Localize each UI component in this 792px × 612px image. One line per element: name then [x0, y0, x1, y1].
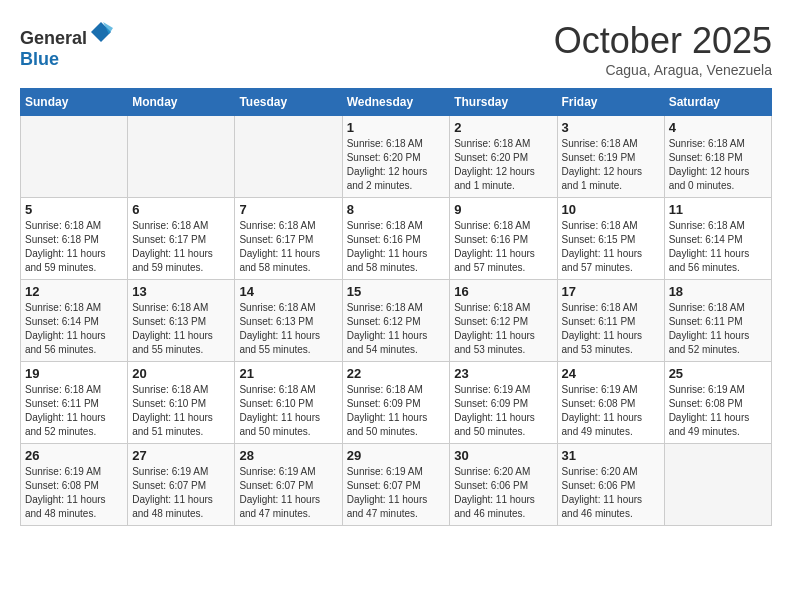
calendar-cell: [235, 116, 342, 198]
calendar-cell: 8Sunrise: 6:18 AMSunset: 6:16 PMDaylight…: [342, 198, 450, 280]
calendar-cell: 19Sunrise: 6:18 AMSunset: 6:11 PMDayligh…: [21, 362, 128, 444]
logo-icon: [89, 20, 113, 44]
calendar-cell: [21, 116, 128, 198]
calendar-cell: 31Sunrise: 6:20 AMSunset: 6:06 PMDayligh…: [557, 444, 664, 526]
day-info: Sunrise: 6:18 AMSunset: 6:20 PMDaylight:…: [454, 137, 552, 193]
calendar-cell: 28Sunrise: 6:19 AMSunset: 6:07 PMDayligh…: [235, 444, 342, 526]
day-number: 4: [669, 120, 767, 135]
calendar-cell: 5Sunrise: 6:18 AMSunset: 6:18 PMDaylight…: [21, 198, 128, 280]
calendar-cell: 12Sunrise: 6:18 AMSunset: 6:14 PMDayligh…: [21, 280, 128, 362]
day-info: Sunrise: 6:18 AMSunset: 6:17 PMDaylight:…: [132, 219, 230, 275]
calendar-cell: 2Sunrise: 6:18 AMSunset: 6:20 PMDaylight…: [450, 116, 557, 198]
day-info: Sunrise: 6:18 AMSunset: 6:11 PMDaylight:…: [25, 383, 123, 439]
calendar-cell: 15Sunrise: 6:18 AMSunset: 6:12 PMDayligh…: [342, 280, 450, 362]
day-info: Sunrise: 6:18 AMSunset: 6:15 PMDaylight:…: [562, 219, 660, 275]
calendar-cell: [664, 444, 771, 526]
week-row-4: 19Sunrise: 6:18 AMSunset: 6:11 PMDayligh…: [21, 362, 772, 444]
day-info: Sunrise: 6:18 AMSunset: 6:18 PMDaylight:…: [669, 137, 767, 193]
header-row: SundayMondayTuesdayWednesdayThursdayFrid…: [21, 89, 772, 116]
day-info: Sunrise: 6:19 AMSunset: 6:08 PMDaylight:…: [25, 465, 123, 521]
day-number: 11: [669, 202, 767, 217]
day-number: 15: [347, 284, 446, 299]
day-number: 6: [132, 202, 230, 217]
calendar-cell: 4Sunrise: 6:18 AMSunset: 6:18 PMDaylight…: [664, 116, 771, 198]
day-number: 13: [132, 284, 230, 299]
calendar-cell: 18Sunrise: 6:18 AMSunset: 6:11 PMDayligh…: [664, 280, 771, 362]
day-info: Sunrise: 6:18 AMSunset: 6:16 PMDaylight:…: [454, 219, 552, 275]
day-info: Sunrise: 6:19 AMSunset: 6:08 PMDaylight:…: [562, 383, 660, 439]
day-info: Sunrise: 6:18 AMSunset: 6:13 PMDaylight:…: [239, 301, 337, 357]
logo: General Blue: [20, 20, 113, 70]
calendar-body: 1Sunrise: 6:18 AMSunset: 6:20 PMDaylight…: [21, 116, 772, 526]
day-info: Sunrise: 6:18 AMSunset: 6:10 PMDaylight:…: [132, 383, 230, 439]
day-info: Sunrise: 6:18 AMSunset: 6:10 PMDaylight:…: [239, 383, 337, 439]
calendar-header: SundayMondayTuesdayWednesdayThursdayFrid…: [21, 89, 772, 116]
calendar-cell: 17Sunrise: 6:18 AMSunset: 6:11 PMDayligh…: [557, 280, 664, 362]
day-info: Sunrise: 6:18 AMSunset: 6:20 PMDaylight:…: [347, 137, 446, 193]
day-number: 25: [669, 366, 767, 381]
day-number: 17: [562, 284, 660, 299]
day-info: Sunrise: 6:18 AMSunset: 6:18 PMDaylight:…: [25, 219, 123, 275]
day-number: 30: [454, 448, 552, 463]
calendar-cell: 7Sunrise: 6:18 AMSunset: 6:17 PMDaylight…: [235, 198, 342, 280]
page-header: General Blue October 2025 Cagua, Aragua,…: [20, 20, 772, 78]
calendar-cell: 24Sunrise: 6:19 AMSunset: 6:08 PMDayligh…: [557, 362, 664, 444]
month-title: October 2025: [554, 20, 772, 62]
day-number: 27: [132, 448, 230, 463]
day-info: Sunrise: 6:19 AMSunset: 6:07 PMDaylight:…: [132, 465, 230, 521]
day-info: Sunrise: 6:19 AMSunset: 6:07 PMDaylight:…: [347, 465, 446, 521]
day-info: Sunrise: 6:19 AMSunset: 6:08 PMDaylight:…: [669, 383, 767, 439]
day-number: 21: [239, 366, 337, 381]
header-day-wednesday: Wednesday: [342, 89, 450, 116]
day-number: 12: [25, 284, 123, 299]
day-number: 7: [239, 202, 337, 217]
week-row-5: 26Sunrise: 6:19 AMSunset: 6:08 PMDayligh…: [21, 444, 772, 526]
calendar-cell: 16Sunrise: 6:18 AMSunset: 6:12 PMDayligh…: [450, 280, 557, 362]
location: Cagua, Aragua, Venezuela: [554, 62, 772, 78]
logo-blue: Blue: [20, 49, 59, 69]
calendar-cell: 1Sunrise: 6:18 AMSunset: 6:20 PMDaylight…: [342, 116, 450, 198]
week-row-1: 1Sunrise: 6:18 AMSunset: 6:20 PMDaylight…: [21, 116, 772, 198]
day-number: 5: [25, 202, 123, 217]
day-info: Sunrise: 6:20 AMSunset: 6:06 PMDaylight:…: [562, 465, 660, 521]
day-info: Sunrise: 6:18 AMSunset: 6:11 PMDaylight:…: [669, 301, 767, 357]
day-number: 16: [454, 284, 552, 299]
day-number: 26: [25, 448, 123, 463]
day-info: Sunrise: 6:18 AMSunset: 6:12 PMDaylight:…: [347, 301, 446, 357]
day-number: 31: [562, 448, 660, 463]
calendar-cell: 6Sunrise: 6:18 AMSunset: 6:17 PMDaylight…: [128, 198, 235, 280]
calendar-cell: 3Sunrise: 6:18 AMSunset: 6:19 PMDaylight…: [557, 116, 664, 198]
day-number: 19: [25, 366, 123, 381]
day-number: 1: [347, 120, 446, 135]
day-info: Sunrise: 6:19 AMSunset: 6:07 PMDaylight:…: [239, 465, 337, 521]
day-info: Sunrise: 6:18 AMSunset: 6:12 PMDaylight:…: [454, 301, 552, 357]
day-number: 9: [454, 202, 552, 217]
day-number: 8: [347, 202, 446, 217]
day-info: Sunrise: 6:18 AMSunset: 6:09 PMDaylight:…: [347, 383, 446, 439]
day-info: Sunrise: 6:20 AMSunset: 6:06 PMDaylight:…: [454, 465, 552, 521]
calendar-cell: 20Sunrise: 6:18 AMSunset: 6:10 PMDayligh…: [128, 362, 235, 444]
header-day-thursday: Thursday: [450, 89, 557, 116]
calendar-cell: 26Sunrise: 6:19 AMSunset: 6:08 PMDayligh…: [21, 444, 128, 526]
day-info: Sunrise: 6:18 AMSunset: 6:14 PMDaylight:…: [669, 219, 767, 275]
header-day-saturday: Saturday: [664, 89, 771, 116]
calendar-cell: 11Sunrise: 6:18 AMSunset: 6:14 PMDayligh…: [664, 198, 771, 280]
calendar-cell: 30Sunrise: 6:20 AMSunset: 6:06 PMDayligh…: [450, 444, 557, 526]
title-block: October 2025 Cagua, Aragua, Venezuela: [554, 20, 772, 78]
header-day-monday: Monday: [128, 89, 235, 116]
day-number: 10: [562, 202, 660, 217]
day-info: Sunrise: 6:18 AMSunset: 6:11 PMDaylight:…: [562, 301, 660, 357]
day-number: 23: [454, 366, 552, 381]
day-info: Sunrise: 6:18 AMSunset: 6:14 PMDaylight:…: [25, 301, 123, 357]
calendar-cell: 23Sunrise: 6:19 AMSunset: 6:09 PMDayligh…: [450, 362, 557, 444]
day-info: Sunrise: 6:19 AMSunset: 6:09 PMDaylight:…: [454, 383, 552, 439]
day-number: 24: [562, 366, 660, 381]
day-number: 18: [669, 284, 767, 299]
header-day-sunday: Sunday: [21, 89, 128, 116]
day-number: 14: [239, 284, 337, 299]
calendar-cell: 9Sunrise: 6:18 AMSunset: 6:16 PMDaylight…: [450, 198, 557, 280]
week-row-2: 5Sunrise: 6:18 AMSunset: 6:18 PMDaylight…: [21, 198, 772, 280]
logo-general: General: [20, 28, 87, 48]
calendar-cell: 13Sunrise: 6:18 AMSunset: 6:13 PMDayligh…: [128, 280, 235, 362]
calendar-cell: 21Sunrise: 6:18 AMSunset: 6:10 PMDayligh…: [235, 362, 342, 444]
